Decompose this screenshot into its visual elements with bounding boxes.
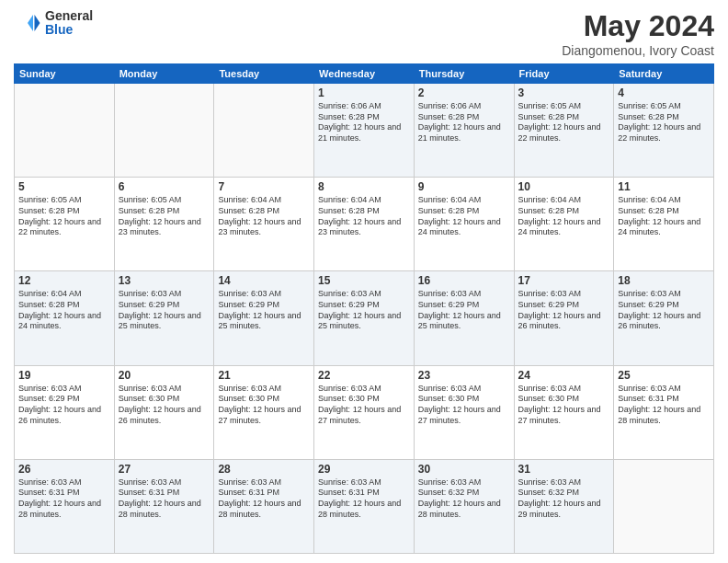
day-number: 12 [18,274,110,287]
day-number: 22 [318,369,410,382]
table-row: 26Sunrise: 6:03 AM Sunset: 6:31 PM Dayli… [15,459,115,553]
day-number: 10 [518,180,610,193]
table-row: 19Sunrise: 6:03 AM Sunset: 6:29 PM Dayli… [15,365,115,459]
day-info: Sunrise: 6:03 AM Sunset: 6:29 PM Dayligh… [618,289,710,332]
day-info: Sunrise: 6:03 AM Sunset: 6:29 PM Dayligh… [518,289,610,332]
col-thursday: Thursday [414,64,514,84]
page: General Blue May 2024 Diangomenou, Ivory… [0,0,728,563]
table-row: 5Sunrise: 6:05 AM Sunset: 6:28 PM Daylig… [15,178,115,271]
day-info: Sunrise: 6:05 AM Sunset: 6:28 PM Dayligh… [618,101,710,144]
day-number: 23 [418,369,510,382]
calendar: Sunday Monday Tuesday Wednesday Thursday… [14,63,714,554]
day-info: Sunrise: 6:03 AM Sunset: 6:32 PM Dayligh… [518,477,610,521]
day-number: 3 [518,86,610,99]
day-number: 4 [618,86,710,99]
table-row: 6Sunrise: 6:05 AM Sunset: 6:28 PM Daylig… [114,178,214,271]
day-number: 21 [218,369,310,382]
day-info: Sunrise: 6:04 AM Sunset: 6:28 PM Dayligh… [18,289,110,332]
table-row: 21Sunrise: 6:03 AM Sunset: 6:30 PM Dayli… [214,365,314,459]
day-number: 30 [418,463,510,476]
table-row: 2Sunrise: 6:06 AM Sunset: 6:28 PM Daylig… [414,84,514,178]
table-row: 1Sunrise: 6:06 AM Sunset: 6:28 PM Daylig… [314,84,415,178]
col-friday: Friday [514,64,614,84]
day-number: 24 [518,369,610,382]
table-row [614,459,714,553]
table-row: 14Sunrise: 6:03 AM Sunset: 6:29 PM Dayli… [214,271,314,365]
day-info: Sunrise: 6:04 AM Sunset: 6:28 PM Dayligh… [618,195,710,238]
day-number: 6 [119,180,210,193]
logo-blue: Blue [45,23,93,37]
calendar-week-row: 19Sunrise: 6:03 AM Sunset: 6:29 PM Dayli… [15,365,714,459]
day-number: 18 [618,274,710,287]
day-number: 17 [518,274,610,287]
table-row [15,84,115,178]
table-row: 11Sunrise: 6:04 AM Sunset: 6:28 PM Dayli… [614,178,714,271]
col-wednesday: Wednesday [314,64,415,84]
day-number: 26 [18,463,110,476]
day-number: 16 [418,274,510,287]
table-row: 7Sunrise: 6:04 AM Sunset: 6:28 PM Daylig… [214,178,314,271]
day-number: 19 [18,369,110,382]
day-info: Sunrise: 6:03 AM Sunset: 6:29 PM Dayligh… [418,289,510,332]
logo-text: General Blue [45,9,93,38]
day-number: 13 [119,274,210,287]
table-row: 9Sunrise: 6:04 AM Sunset: 6:28 PM Daylig… [414,178,514,271]
table-row: 8Sunrise: 6:04 AM Sunset: 6:28 PM Daylig… [314,178,415,271]
svg-marker-0 [35,15,40,31]
table-row: 18Sunrise: 6:03 AM Sunset: 6:29 PM Dayli… [614,271,714,365]
day-info: Sunrise: 6:04 AM Sunset: 6:28 PM Dayligh… [318,195,410,238]
table-row: 10Sunrise: 6:04 AM Sunset: 6:28 PM Dayli… [514,178,614,271]
table-row: 15Sunrise: 6:03 AM Sunset: 6:29 PM Dayli… [314,271,415,365]
col-tuesday: Tuesday [214,64,314,84]
day-info: Sunrise: 6:03 AM Sunset: 6:29 PM Dayligh… [318,289,410,332]
logo: General Blue [14,9,93,38]
day-number: 28 [218,463,310,476]
table-row: 25Sunrise: 6:03 AM Sunset: 6:31 PM Dayli… [614,365,714,459]
main-title: May 2024 [562,9,714,43]
day-info: Sunrise: 6:04 AM Sunset: 6:28 PM Dayligh… [418,195,510,238]
day-info: Sunrise: 6:03 AM Sunset: 6:29 PM Dayligh… [18,384,110,427]
day-info: Sunrise: 6:03 AM Sunset: 6:29 PM Dayligh… [218,289,310,332]
day-number: 27 [119,463,210,476]
day-number: 7 [218,180,310,193]
day-info: Sunrise: 6:06 AM Sunset: 6:28 PM Dayligh… [318,101,410,144]
day-number: 15 [318,274,410,287]
col-sunday: Sunday [15,64,115,84]
table-row: 22Sunrise: 6:03 AM Sunset: 6:30 PM Dayli… [314,365,415,459]
table-row: 17Sunrise: 6:03 AM Sunset: 6:29 PM Dayli… [514,271,614,365]
table-row: 31Sunrise: 6:03 AM Sunset: 6:32 PM Dayli… [514,459,614,553]
svg-marker-1 [28,15,33,31]
day-info: Sunrise: 6:03 AM Sunset: 6:30 PM Dayligh… [218,384,310,427]
day-number: 5 [18,180,110,193]
day-info: Sunrise: 6:03 AM Sunset: 6:30 PM Dayligh… [518,384,610,427]
col-monday: Monday [114,64,214,84]
day-info: Sunrise: 6:03 AM Sunset: 6:31 PM Dayligh… [119,477,210,521]
day-info: Sunrise: 6:03 AM Sunset: 6:29 PM Dayligh… [119,289,210,332]
day-info: Sunrise: 6:03 AM Sunset: 6:31 PM Dayligh… [18,477,110,521]
table-row: 16Sunrise: 6:03 AM Sunset: 6:29 PM Dayli… [414,271,514,365]
table-row: 12Sunrise: 6:04 AM Sunset: 6:28 PM Dayli… [15,271,115,365]
day-number: 29 [318,463,410,476]
day-number: 14 [218,274,310,287]
day-info: Sunrise: 6:03 AM Sunset: 6:32 PM Dayligh… [418,477,510,521]
table-row: 3Sunrise: 6:05 AM Sunset: 6:28 PM Daylig… [514,84,614,178]
calendar-week-row: 12Sunrise: 6:04 AM Sunset: 6:28 PM Dayli… [15,271,714,365]
day-info: Sunrise: 6:03 AM Sunset: 6:30 PM Dayligh… [318,384,410,427]
day-number: 9 [418,180,510,193]
table-row: 30Sunrise: 6:03 AM Sunset: 6:32 PM Dayli… [414,459,514,553]
col-saturday: Saturday [614,64,714,84]
day-info: Sunrise: 6:04 AM Sunset: 6:28 PM Dayligh… [218,195,310,238]
day-info: Sunrise: 6:03 AM Sunset: 6:31 PM Dayligh… [218,477,310,521]
calendar-week-row: 26Sunrise: 6:03 AM Sunset: 6:31 PM Dayli… [15,459,714,553]
day-info: Sunrise: 6:05 AM Sunset: 6:28 PM Dayligh… [518,101,610,144]
day-info: Sunrise: 6:05 AM Sunset: 6:28 PM Dayligh… [18,195,110,238]
calendar-week-row: 1Sunrise: 6:06 AM Sunset: 6:28 PM Daylig… [15,84,714,178]
table-row: 23Sunrise: 6:03 AM Sunset: 6:30 PM Dayli… [414,365,514,459]
table-row: 20Sunrise: 6:03 AM Sunset: 6:30 PM Dayli… [114,365,214,459]
table-row: 28Sunrise: 6:03 AM Sunset: 6:31 PM Dayli… [214,459,314,553]
title-block: May 2024 Diangomenou, Ivory Coast [562,9,714,58]
day-number: 31 [518,463,610,476]
day-number: 25 [618,369,710,382]
calendar-header-row: Sunday Monday Tuesday Wednesday Thursday… [15,64,714,84]
table-row: 13Sunrise: 6:03 AM Sunset: 6:29 PM Dayli… [114,271,214,365]
